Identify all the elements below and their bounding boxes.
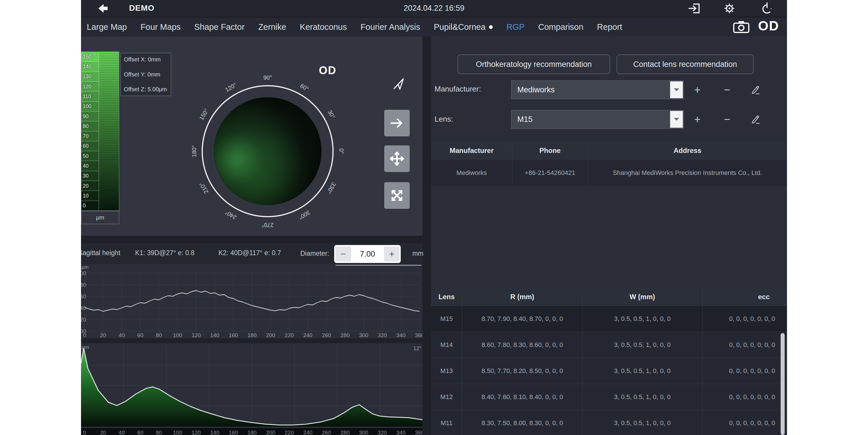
- axis-tick: 80: [156, 430, 162, 435]
- chevron-down-icon[interactable]: [670, 81, 683, 98]
- cornea-image[interactable]: [214, 97, 321, 205]
- tab-zernike[interactable]: Zernike: [258, 22, 286, 32]
- offset-info-box: Offset X: 0mm Offset Y: 0mm Offset Z: 5.…: [120, 53, 171, 96]
- manufacturer-select[interactable]: Mediworks: [511, 81, 684, 99]
- pupil-cornea-dot: [489, 25, 493, 29]
- table-cell: M11: [431, 410, 462, 435]
- nav-tabs: Large MapFour MapsShape FactorZernikeKer…: [87, 18, 622, 36]
- app-window: DEMO 2024.04.22 16:59 Large Ma: [81, 0, 787, 435]
- diameter-value[interactable]: 7.00: [360, 250, 375, 259]
- tab-rgp[interactable]: RGP: [506, 22, 525, 32]
- table-row[interactable]: M128.40, 7.60, 8.10, 8.40, 0, 0, 03, 0.5…: [431, 384, 787, 410]
- remove-manufacturer-button[interactable]: −: [718, 81, 736, 98]
- table-row[interactable]: M158.70, 7.90, 8.40, 8.70, 0, 0, 03, 0.5…: [431, 306, 787, 331]
- tab-report[interactable]: Report: [597, 22, 622, 32]
- axis-tick: 0: [83, 430, 86, 435]
- rgp-panel: Orthokeratology recommendation Contact l…: [431, 36, 787, 435]
- lens-table: LensR (mm)W (mm)eccM158.70, 7.90, 8.40, …: [431, 288, 787, 435]
- add-manufacturer-button[interactable]: +: [689, 81, 706, 98]
- table-cell: Mediworks: [431, 160, 512, 186]
- table-cell: 0, 0, 0, 0, 0, 0, 0: [702, 358, 787, 384]
- scale-band: 10: [81, 191, 99, 200]
- tab-large-map[interactable]: Large Map: [87, 22, 127, 32]
- nav-bar: Large MapFour MapsShape FactorZernikeKer…: [81, 18, 787, 36]
- color-scale: 1501401301201101009080706050403020100: [81, 52, 119, 211]
- topography-panel: 1501401301201101009080706050403020100 μm…: [81, 36, 423, 236]
- tab-comparison[interactable]: Comparison: [538, 22, 583, 32]
- svg-text:200: 200: [266, 332, 275, 338]
- add-lens-button[interactable]: +: [689, 111, 706, 128]
- degree-label-240: 240°: [224, 209, 238, 221]
- tab-label: RGP: [506, 22, 525, 32]
- table-cell: 8.40, 7.60, 8.10, 8.40, 0, 0, 0: [462, 384, 582, 410]
- chevron-down-icon[interactable]: [670, 111, 683, 128]
- table-cell: 8.30, 7.50, 8.00, 8.30, 0, 0, 0: [462, 410, 582, 435]
- table-cell: 0, 0, 0, 0, 0, 0, 0: [702, 410, 787, 435]
- top-bar: DEMO 2024.04.22 16:59: [81, 0, 787, 18]
- svg-text:340: 340: [396, 332, 406, 338]
- axis-tick: 20: [100, 430, 106, 435]
- bottom-axis-strip: 0204060801001201401601802002202402602803…: [81, 428, 423, 435]
- lens-table-scrollbar[interactable]: [781, 333, 785, 435]
- scale-band-label: 30: [83, 173, 89, 179]
- tab-label: Shape Factor: [194, 22, 245, 32]
- scale-band: 100: [81, 102, 99, 111]
- axis-tick: 200: [266, 430, 275, 435]
- table-row[interactable]: M148.60, 7.80, 8.30, 8.60, 0, 0, 03, 0.5…: [431, 331, 787, 358]
- svg-text:240: 240: [303, 332, 312, 338]
- diameter-decrease-button[interactable]: −: [335, 246, 351, 262]
- edit-manufacturer-button[interactable]: [747, 81, 765, 98]
- axis-tick: 160: [229, 430, 238, 435]
- column-header-w-mm-: W (mm): [582, 288, 702, 306]
- locate-cursor-icon[interactable]: [392, 77, 405, 90]
- tab-label: Comparison: [538, 22, 583, 32]
- table-row[interactable]: M138.50, 7.70, 8.20, 8.50, 0, 0, 03, 0.5…: [431, 358, 787, 384]
- remove-lens-button[interactable]: −: [718, 111, 736, 128]
- contact-lens-recommendation-button[interactable]: Contact lens recommendation: [617, 54, 754, 74]
- move-button[interactable]: [384, 145, 410, 172]
- svg-text:760: 760: [81, 293, 86, 299]
- edit-lens-button[interactable]: [747, 111, 765, 128]
- arrow-right-button[interactable]: [384, 110, 410, 137]
- expand-button[interactable]: [384, 182, 410, 209]
- gear-icon[interactable]: [723, 2, 736, 14]
- scale-band: 50: [81, 151, 99, 161]
- table-row: Mediworks+86-21-54260421Shanghai MediWor…: [431, 159, 787, 186]
- table-row[interactable]: M118.30, 7.50, 8.00, 8.30, 0, 0, 03, 0.5…: [431, 410, 787, 435]
- lens-select[interactable]: M15: [511, 110, 684, 128]
- table-cell: 3, 0.5, 0.5, 1, 0, 0, 0: [582, 358, 702, 384]
- power-icon[interactable]: [761, 2, 774, 14]
- scale-band: 40: [81, 161, 99, 171]
- manufacturer-label: Manufacturer:: [435, 85, 481, 93]
- tab-pupil-cornea[interactable]: Pupil&Cornea: [434, 22, 493, 32]
- height-distribution-chart: μm12°: [81, 343, 423, 428]
- svg-text:0: 0: [83, 332, 86, 338]
- scale-band-label: 100: [83, 104, 91, 110]
- tab-fourier-analysis[interactable]: Fourier Analysis: [361, 22, 420, 32]
- column-header-manufacturer: Manufacturer: [431, 142, 512, 159]
- degree-label-180: 180°: [191, 145, 197, 157]
- table-cell: 0, 0, 0, 0, 0, 0, 0: [702, 332, 787, 358]
- back-arrow-icon[interactable]: [96, 3, 109, 13]
- svg-text:μm: μm: [82, 264, 89, 270]
- orthokeratology-recommendation-button[interactable]: Orthokeratology recommendation: [458, 54, 610, 74]
- scale-band: 140: [81, 61, 99, 71]
- tab-keratoconus[interactable]: Keratoconus: [300, 22, 347, 32]
- tab-four-maps[interactable]: Four Maps: [141, 22, 181, 32]
- diameter-increase-button[interactable]: +: [384, 246, 400, 262]
- table-cell: Shanghai MediWorks Precision Instruments…: [588, 160, 787, 186]
- svg-text:140: 140: [210, 332, 219, 338]
- table-cell: 3, 0.5, 0.5, 1, 0, 0, 0: [582, 306, 702, 331]
- export-icon[interactable]: [688, 2, 701, 14]
- eye-side-indicator[interactable]: OD: [758, 18, 779, 34]
- axis-tick: 300: [359, 430, 368, 435]
- table-cell: 8.60, 7.80, 8.30, 8.60, 0, 0, 0: [462, 332, 582, 358]
- svg-text:12°: 12°: [413, 346, 421, 351]
- camera-icon[interactable]: [733, 20, 750, 34]
- tab-label: Fourier Analysis: [361, 22, 420, 32]
- svg-text:800: 800: [81, 270, 86, 276]
- scale-band-label: 20: [83, 183, 89, 189]
- tab-shape-factor[interactable]: Shape Factor: [194, 22, 245, 32]
- scale-band-label: 150: [83, 54, 91, 60]
- table-cell: 3, 0.5, 0.5, 1, 0, 0, 0: [582, 410, 702, 435]
